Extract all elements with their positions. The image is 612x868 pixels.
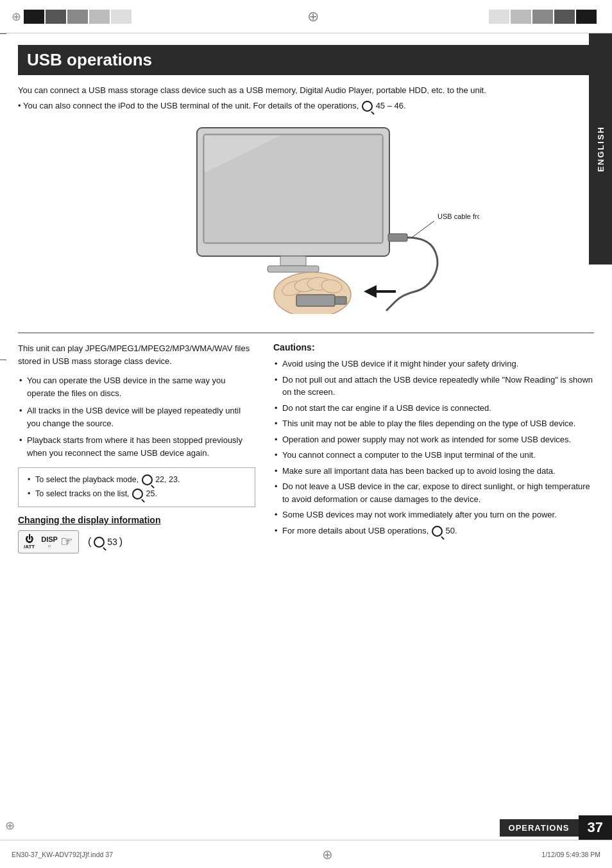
- bottom-left-text: EN30-37_KW-ADV792[J]f.indd 37: [12, 851, 113, 858]
- main-content: USB operations You can connect a USB mas…: [0, 33, 612, 553]
- main-divider: [18, 333, 594, 333]
- color-block-r2: [511, 10, 531, 24]
- top-center: ⊕: [137, 8, 489, 25]
- power-button-icon: ⏻ /ATT: [24, 534, 35, 550]
- page-title: USB operations: [18, 45, 594, 75]
- color-block-r5: [576, 10, 597, 24]
- svg-line-15: [412, 221, 434, 238]
- page: ⊕ ⊕ ENGLISH USB operations: [0, 0, 612, 868]
- color-block-4: [89, 10, 110, 24]
- caution-item-9: Some USB devices may not work immediatel…: [273, 508, 594, 521]
- magnify-icon-1: [362, 101, 373, 112]
- svg-rect-12: [296, 295, 335, 306]
- caution-item-2: Do not pull out and attach the USB devic…: [273, 374, 594, 399]
- two-col-layout: This unit can play JPEG/MPEG1/MPEG2/MP3/…: [18, 342, 594, 553]
- intro-bullet: You can also connect the iPod to the USB…: [18, 100, 506, 112]
- left-border-mark-top: [0, 33, 6, 34]
- color-block-r1: [489, 10, 509, 24]
- magnify-icon-3: [132, 489, 143, 499]
- svg-rect-13: [335, 297, 346, 304]
- color-block-r3: [532, 10, 553, 24]
- top-bar-left: ⊕: [12, 10, 137, 24]
- svg-rect-6: [388, 234, 407, 241]
- device-illustration: USB cable from the rear of the unit: [120, 121, 492, 320]
- caution-item-3: Do not start the car engine if a USB dev…: [273, 402, 594, 415]
- svg-rect-5: [268, 266, 319, 272]
- section-title: Changing the display information: [18, 515, 255, 525]
- bottom-right-text: 1/12/09 5:49:38 PM: [541, 851, 600, 858]
- color-blocks-left: [24, 10, 132, 24]
- color-block-1: [24, 10, 44, 24]
- left-border-mark-mid: [0, 360, 6, 360]
- left-bullet-2: All tracks in the USB device will be pla…: [18, 404, 255, 430]
- page-reference: ( 53 ): [88, 536, 123, 548]
- page-number: 37: [579, 815, 612, 840]
- color-block-r4: [554, 10, 575, 24]
- device-svg: USB cable from the rear of the unit: [120, 121, 479, 314]
- left-column: This unit can play JPEG/MPEG1/MPEG2/MP3/…: [18, 342, 255, 553]
- caution-item-8: Do not leave a USB device in the car, ex…: [273, 480, 594, 505]
- caution-item-7: Make sure all important data has been ba…: [273, 465, 594, 478]
- bottom-bar: EN30-37_KW-ADV792[J]f.indd 37 ⊕ 1/12/09 …: [0, 840, 612, 868]
- bottom-crosshair: ⊕: [322, 847, 333, 862]
- svg-marker-14: [364, 285, 396, 298]
- english-label: ENGLISH: [596, 126, 606, 172]
- caution-item-5: Operation and power supply may not work …: [273, 433, 594, 446]
- button-drawing: ⏻ /ATT DISP ○ ☞: [18, 530, 79, 553]
- color-block-3: [67, 10, 88, 24]
- illustration-area: USB cable from the rear of the unit: [18, 118, 594, 324]
- info-box-item-2: To select tracks on the list, 25.: [26, 487, 247, 500]
- crosshair-bottom-left: ⊕: [5, 819, 15, 833]
- caution-item-6: You cannot connect a computer to the USB…: [273, 449, 594, 462]
- caution-item-4: This unit may not be able to play the fi…: [273, 417, 594, 430]
- magnify-icon-4: [94, 537, 105, 548]
- right-column: Cautions: Avoid using the USB device if …: [273, 342, 594, 553]
- caution-title: Cautions:: [273, 342, 594, 352]
- info-box: To select the playback mode, 22, 23. To …: [18, 467, 255, 507]
- left-bullet-3: Playback starts from where it has been s…: [18, 434, 255, 460]
- operations-label: OPERATIONS: [500, 819, 579, 837]
- caution-item-1: Avoid using the USB device if it might h…: [273, 358, 594, 370]
- finger-icon: ☞: [60, 534, 73, 550]
- color-block-2: [46, 10, 66, 24]
- color-blocks-right: [489, 10, 600, 24]
- intro-text-1: You can connect a USB mass storage class…: [18, 84, 506, 97]
- crosshair-center: ⊕: [307, 8, 319, 25]
- color-block-5: [111, 10, 132, 24]
- left-intro: This unit can play JPEG/MPEG1/MPEG2/MP3/…: [18, 342, 255, 368]
- caution-item-10: For more details about USB operations, 5…: [273, 525, 594, 537]
- left-bullet-1: You can operate the USB device in the sa…: [18, 374, 255, 400]
- operations-footer: OPERATIONS 37: [500, 815, 612, 840]
- svg-text:USB cable from the rear of the: USB cable from the rear of the unit: [438, 213, 479, 220]
- info-box-item-1: To select the playback mode, 22, 23.: [26, 473, 247, 486]
- svg-rect-4: [280, 256, 306, 266]
- disp-row: ⏻ /ATT DISP ○ ☞ ( 53 ): [18, 530, 255, 553]
- top-bar: ⊕ ⊕: [0, 0, 612, 33]
- disp-button-icon: DISP ○: [41, 535, 58, 549]
- magnify-icon-2: [142, 474, 153, 485]
- corner-mark-tl: ⊕: [12, 10, 21, 24]
- magnify-icon-5: [432, 526, 443, 537]
